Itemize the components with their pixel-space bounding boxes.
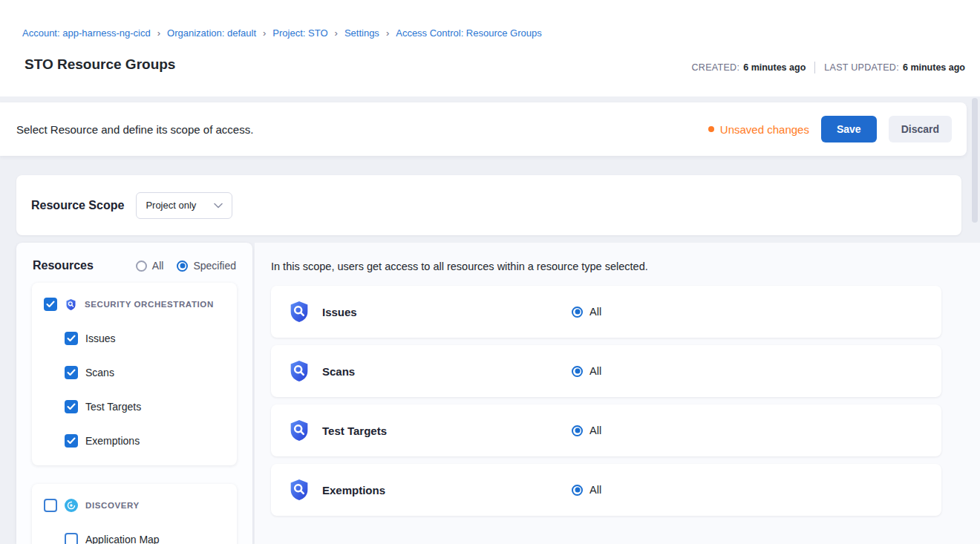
radio-all-selected-icon[interactable] — [572, 366, 583, 377]
checkbox-scans[interactable] — [65, 366, 78, 379]
resource-scope-card: Resource Scope Project only — [16, 175, 961, 235]
save-button[interactable]: Save — [821, 116, 877, 142]
radio-all-selected-icon[interactable] — [572, 307, 583, 318]
chevron-right-icon: › — [386, 27, 389, 39]
unsaved-changes-indicator: Unsaved changes — [708, 123, 809, 136]
created-value: 6 minutes ago — [743, 62, 806, 73]
check-item-exemptions[interactable]: Exemptions — [65, 434, 225, 448]
access-label: All — [589, 425, 601, 436]
group-header-discovery[interactable]: DISCOVERY — [44, 499, 225, 512]
breadcrumb-access-control-link[interactable]: Access Control: Resource Groups — [396, 27, 542, 39]
header-meta: CREATED: 6 minutes ago LAST UPDATED: 6 m… — [692, 62, 965, 73]
last-updated-value: 6 minutes ago — [903, 62, 965, 73]
resource-row-exemptions: Exemptions All — [271, 464, 941, 516]
resources-title: Resources — [33, 259, 94, 272]
radio-all-selected-icon[interactable] — [572, 485, 583, 496]
resources-mode-radios: All Specified — [136, 260, 236, 272]
sto-shield-icon — [287, 478, 311, 502]
sto-shield-icon — [287, 359, 311, 383]
toolbar-actions: Unsaved changes Save Discard — [708, 116, 952, 142]
created-label: CREATED: — [692, 62, 740, 73]
scope-instruction-text: In this scope, users get access to all r… — [271, 260, 648, 272]
check-label-exemptions: Exemptions — [85, 435, 140, 447]
unsaved-changes-label: Unsaved changes — [720, 123, 809, 136]
check-item-application-map[interactable]: Application Map — [65, 533, 225, 544]
checkbox-exemptions[interactable] — [65, 434, 78, 448]
sto-shield-icon — [65, 298, 77, 311]
action-toolbar: Select Resource and define its scope of … — [0, 102, 967, 156]
resource-scope-dropdown[interactable]: Project only — [136, 192, 232, 219]
resources-sidebar-header: Resources All Specified — [16, 243, 252, 283]
page-title: STO Resource Groups — [24, 56, 175, 73]
discard-button[interactable]: Discard — [889, 116, 952, 142]
discovery-icon — [65, 499, 78, 512]
access-label: All — [589, 306, 601, 318]
sto-shield-icon — [287, 300, 311, 324]
check-item-scans[interactable]: Scans — [65, 366, 225, 379]
breadcrumb-account-link[interactable]: Account: app-harness-ng-cicd — [22, 27, 151, 39]
resource-row-scans: Scans All — [271, 345, 941, 397]
access-radio-exemptions[interactable]: All — [572, 484, 601, 496]
group-items-discovery: Application Map — [44, 533, 225, 544]
resource-row-label: Exemptions — [322, 484, 385, 497]
chevron-right-icon: › — [335, 27, 338, 39]
check-label-application-map: Application Map — [85, 534, 160, 544]
resource-scope-label: Resource Scope — [31, 199, 124, 212]
access-radio-scans[interactable]: All — [572, 365, 601, 377]
group-card-security-orchestration: SECURITY ORCHESTRATION Issues Scans Test… — [32, 283, 237, 465]
sto-shield-icon — [287, 419, 311, 442]
check-label-scans: Scans — [85, 367, 114, 378]
radio-all-selected-icon[interactable] — [572, 425, 583, 436]
check-item-test-targets[interactable]: Test Targets — [65, 400, 225, 413]
breadcrumb: Account: app-harness-ng-cicd › Organizat… — [22, 27, 542, 39]
breadcrumb-project-link[interactable]: Project: STO — [272, 27, 327, 39]
chevron-down-icon — [214, 203, 223, 209]
access-radio-issues[interactable]: All — [572, 306, 601, 318]
resource-rows: Issues All Scans All Test Targets — [271, 286, 941, 523]
vertical-scrollbar[interactable] — [972, 98, 978, 223]
resource-row-label: Issues — [322, 306, 357, 318]
resource-row-label: Scans — [322, 365, 355, 378]
resource-scope-selected-value: Project only — [146, 200, 196, 211]
radio-all-label: All — [152, 260, 164, 272]
access-label: All — [589, 365, 601, 377]
radio-specified-icon[interactable] — [177, 260, 188, 272]
checkbox-application-map[interactable] — [65, 533, 78, 544]
group-card-discovery: DISCOVERY Application Map — [32, 484, 237, 544]
checkbox-test-targets[interactable] — [65, 400, 78, 413]
check-item-issues[interactable]: Issues — [65, 332, 225, 345]
group-header-security-orchestration[interactable]: SECURITY ORCHESTRATION — [44, 298, 225, 311]
page-header: Account: app-harness-ng-cicd › Organizat… — [0, 0, 980, 96]
checkbox-discovery[interactable] — [44, 499, 57, 512]
access-label: All — [589, 484, 601, 496]
unsaved-dot-icon — [708, 126, 714, 132]
scope-detail-panel: In this scope, users get access to all r… — [255, 243, 980, 544]
resource-row-issues: Issues All — [271, 286, 941, 338]
last-updated-label: LAST UPDATED: — [824, 62, 899, 73]
checkbox-issues[interactable] — [65, 332, 78, 345]
resource-row-label: Test Targets — [322, 425, 387, 437]
check-label-test-targets: Test Targets — [85, 401, 141, 413]
breadcrumb-organization-link[interactable]: Organization: default — [167, 27, 256, 39]
meta-divider — [814, 62, 815, 73]
group-label-discovery: DISCOVERY — [85, 501, 140, 510]
chevron-right-icon: › — [263, 27, 266, 39]
radio-option-specified[interactable]: Specified — [177, 260, 236, 272]
radio-option-all[interactable]: All — [136, 260, 164, 272]
breadcrumb-settings-link[interactable]: Settings — [344, 27, 379, 39]
resource-row-test-targets: Test Targets All — [271, 404, 941, 456]
group-label-security-orchestration: SECURITY ORCHESTRATION — [85, 300, 214, 309]
radio-specified-label: Specified — [193, 260, 236, 272]
resources-sidebar: Resources All Specified SECURITY ORCHEST… — [16, 243, 252, 544]
group-items-security-orchestration: Issues Scans Test Targets Exemptions — [44, 332, 225, 448]
toolbar-description: Select Resource and define its scope of … — [16, 123, 253, 136]
radio-all-icon[interactable] — [136, 260, 147, 272]
chevron-right-icon: › — [157, 27, 160, 39]
check-label-issues: Issues — [85, 332, 115, 344]
checkbox-security-orchestration[interactable] — [44, 298, 57, 311]
access-radio-test-targets[interactable]: All — [572, 425, 601, 436]
